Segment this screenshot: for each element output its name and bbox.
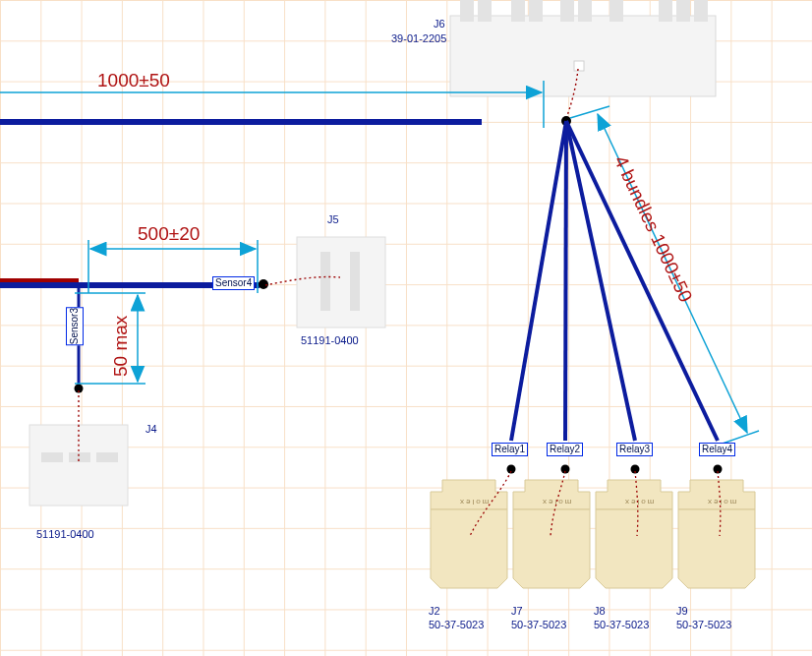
svg-rect-1 [460, 0, 474, 22]
tag-relay3: Relay3 [616, 443, 653, 456]
tag-sensor4: Sensor4 [212, 276, 255, 290]
svg-rect-14 [350, 252, 360, 311]
connector-j5-body [297, 237, 385, 328]
svg-rect-7 [609, 0, 623, 22]
svg-rect-18 [96, 452, 118, 462]
label-j8-part: 50-37-5023 [594, 619, 649, 630]
tag-relay1: Relay1 [492, 443, 528, 456]
svg-rect-8 [659, 0, 672, 22]
label-j4-part: 51191-0400 [36, 528, 94, 540]
label-j4-ref: J4 [145, 423, 157, 435]
svg-line-26 [565, 121, 566, 441]
svg-rect-0 [450, 16, 716, 96]
dim-500: 500±20 [138, 223, 200, 245]
connector-j7-body [513, 480, 590, 588]
label-j2-ref: J2 [429, 605, 440, 617]
dim-50max: 50 max [110, 316, 132, 377]
connector-j6-body [450, 0, 716, 96]
relay-connector-bodies [431, 480, 755, 588]
brand-j8: molex [623, 498, 654, 507]
svg-rect-6 [578, 0, 592, 22]
label-j8-ref: J8 [594, 605, 606, 617]
brand-j9: molex [706, 498, 736, 507]
connector-j4-body [29, 425, 128, 506]
label-j5-ref: J5 [327, 213, 339, 225]
dim-1000: 1000±50 [97, 70, 170, 91]
label-j2-part: 50-37-5023 [429, 619, 484, 630]
svg-line-28 [566, 121, 718, 441]
connector-j9-body [678, 480, 755, 588]
svg-rect-15 [29, 425, 128, 506]
svg-rect-4 [529, 0, 543, 22]
svg-rect-12 [297, 237, 385, 328]
svg-rect-17 [69, 452, 90, 462]
label-j7-ref: J7 [511, 605, 523, 617]
svg-rect-2 [478, 0, 492, 22]
label-j9-part: 50-37-5023 [676, 619, 731, 630]
svg-rect-9 [676, 0, 690, 22]
wire-trunk [0, 122, 482, 285]
brand-j7: molex [541, 498, 571, 507]
label-j5-part: 51191-0400 [301, 334, 359, 346]
svg-rect-16 [41, 452, 63, 462]
label-j6-part: 39-01-2205 [391, 32, 446, 44]
tag-relay4: Relay4 [699, 443, 735, 456]
svg-rect-3 [511, 0, 525, 22]
label-j7-part: 50-37-5023 [511, 619, 566, 630]
tag-sensor3: Sensor3 [66, 307, 84, 345]
svg-rect-11 [574, 61, 584, 71]
svg-rect-5 [560, 0, 574, 22]
svg-rect-10 [694, 0, 708, 22]
brand-j2: molex [458, 498, 489, 507]
svg-line-25 [511, 121, 566, 441]
svg-line-42 [570, 106, 609, 118]
label-j6-ref: J6 [434, 18, 445, 30]
connector-j8-body [596, 480, 672, 588]
label-j9-ref: J9 [676, 605, 688, 617]
svg-rect-13 [320, 252, 330, 311]
tag-relay2: Relay2 [547, 443, 583, 456]
